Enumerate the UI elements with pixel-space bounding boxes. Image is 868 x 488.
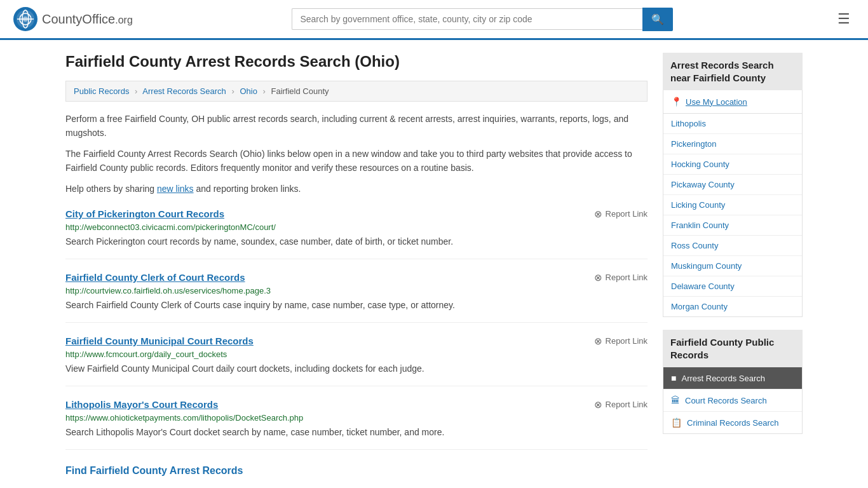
nearby-list-item[interactable]: Lithopolis [663, 114, 802, 134]
search-input[interactable] [292, 8, 642, 30]
nearby-link-4[interactable]: Licking County [663, 195, 802, 215]
pub-records-item[interactable]: 📋 Criminal Records Search [663, 412, 802, 433]
report-link-0[interactable]: ⊗ Report Link [594, 208, 648, 220]
nearby-list-item[interactable]: Pickaway County [663, 175, 802, 195]
record-title-2[interactable]: Fairfield County Municipal Court Records [65, 336, 254, 346]
pub-records-link-0[interactable]: ■ Arrest Records Search [663, 367, 802, 389]
record-entry: City of Pickerington Court Records ⊗ Rep… [65, 208, 648, 259]
record-desc-3: Search Lithopolis Mayor's Court docket s… [65, 426, 648, 439]
nearby-list-item[interactable]: Muskingum County [663, 256, 802, 276]
public-records-heading: Fairfield County Public Records [663, 330, 803, 367]
nearby-section: Arrest Records Search near Fairfield Cou… [663, 53, 803, 317]
sidebar: Arrest Records Search near Fairfield Cou… [663, 53, 803, 480]
nearby-list-item[interactable]: Hocking County [663, 154, 802, 175]
nearby-link-8[interactable]: Delaware County [663, 276, 802, 296]
nearby-list-item[interactable]: Licking County [663, 195, 802, 215]
breadcrumb-ohio[interactable]: Ohio [240, 86, 257, 96]
find-section-heading: Find Fairfield County Arrest Records [65, 465, 648, 477]
hamburger-icon: ☰ [837, 11, 850, 27]
record-desc-0: Search Pickerington court records by nam… [65, 235, 648, 248]
search-button[interactable]: 🔍 [642, 8, 673, 31]
nearby-link-3[interactable]: Pickaway County [663, 175, 802, 194]
report-link-1[interactable]: ⊗ Report Link [594, 272, 648, 283]
nearby-link-0[interactable]: Lithopolis [663, 114, 802, 133]
desc-para-2: The Fairfield County Arrest Records Sear… [65, 147, 648, 175]
search-bar: 🔍 [292, 8, 673, 31]
record-title-3[interactable]: Lithopolis Mayor's Court Records [65, 399, 218, 410]
breadcrumb-public-records[interactable]: Public Records [74, 86, 129, 96]
record-entry: Lithopolis Mayor's Court Records ⊗ Repor… [65, 399, 648, 450]
logo-name: CountyOffice [42, 12, 115, 26]
record-url-1: http://courtview.co.fairfield.oh.us/eser… [65, 286, 648, 295]
nearby-link-7[interactable]: Muskingum County [663, 256, 802, 276]
record-url-2: http://www.fcmcourt.org/daily_court_dock… [65, 349, 648, 359]
nearby-list-item[interactable]: Delaware County [663, 276, 802, 297]
breadcrumb-current: Fairfield County [271, 86, 329, 96]
nearby-list-item[interactable]: Morgan County [663, 297, 802, 316]
pub-icon-2: 📋 [671, 417, 682, 428]
use-location-link[interactable]: Use My Location [686, 97, 747, 107]
nearby-link-9[interactable]: Morgan County [663, 297, 802, 316]
record-title-0[interactable]: City of Pickerington Court Records [65, 208, 224, 219]
pub-records-item[interactable]: 🏛 Court Records Search [663, 390, 802, 412]
breadcrumb-sep-1: › [135, 86, 137, 96]
breadcrumb: Public Records › Arrest Records Search ›… [65, 81, 648, 102]
record-desc-1: Search Fairfield County Clerk of Courts … [65, 299, 648, 312]
logo: CountyOffice.org [13, 6, 133, 32]
logo-text: CountyOffice.org [42, 12, 133, 27]
report-link-3[interactable]: ⊗ Report Link [594, 399, 648, 410]
breadcrumb-sep-3: › [263, 86, 266, 96]
breadcrumb-sep-2: › [231, 86, 234, 96]
record-list: City of Pickerington Court Records ⊗ Rep… [65, 208, 648, 450]
report-icon-1: ⊗ [594, 272, 602, 283]
record-url-3: https://www.ohioticketpayments.com/litho… [65, 413, 648, 423]
record-desc-2: View Fairfield County Municipal Court da… [65, 362, 648, 376]
nearby-link-1[interactable]: Pickerington [663, 134, 802, 154]
record-header: City of Pickerington Court Records ⊗ Rep… [65, 208, 648, 220]
report-icon-2: ⊗ [594, 336, 602, 347]
nearby-list-item[interactable]: Franklin County [663, 215, 802, 236]
menu-button[interactable]: ☰ [832, 8, 855, 30]
use-location[interactable]: 📍 Use My Location [663, 90, 803, 114]
logo-suffix: .org [115, 15, 133, 25]
record-entry: Fairfield County Municipal Court Records… [65, 336, 648, 386]
report-icon-0: ⊗ [594, 208, 602, 220]
pub-records-item[interactable]: ■ Arrest Records Search [663, 367, 802, 390]
nearby-list: LithopolisPickeringtonHocking CountyPick… [663, 114, 803, 317]
desc-para-1: Perform a free Fairfield County, OH publ… [65, 112, 648, 140]
report-link-2[interactable]: ⊗ Report Link [594, 336, 648, 347]
public-records-section: Fairfield County Public Records ■ Arrest… [663, 330, 803, 434]
nearby-link-6[interactable]: Ross County [663, 236, 802, 255]
search-icon: 🔍 [651, 14, 664, 25]
desc-para-3-suffix: and reporting broken links. [194, 184, 301, 194]
content-area: Fairfield County Arrest Records Search (… [65, 53, 648, 480]
site-header: CountyOffice.org 🔍 ☰ [0, 0, 868, 40]
page-title: Fairfield County Arrest Records Search (… [65, 53, 648, 71]
record-url-0: http://webconnect03.civicacmi.com/picker… [65, 222, 648, 232]
record-entry: Fairfield County Clerk of Court Records … [65, 272, 648, 323]
desc-para-3-prefix: Help others by sharing [65, 184, 157, 194]
record-header: Fairfield County Municipal Court Records… [65, 336, 648, 347]
record-header: Fairfield County Clerk of Court Records … [65, 272, 648, 283]
report-icon-3: ⊗ [594, 399, 602, 410]
new-links-link[interactable]: new links [157, 184, 194, 194]
breadcrumb-arrest-records[interactable]: Arrest Records Search [142, 86, 226, 96]
main-container: Fairfield County Arrest Records Search (… [53, 40, 815, 488]
public-records-list: ■ Arrest Records Search 🏛 Court Records … [663, 367, 803, 434]
nearby-list-item[interactable]: Ross County [663, 236, 802, 256]
pub-records-link-2[interactable]: 📋 Criminal Records Search [663, 412, 802, 433]
pub-records-link-1[interactable]: 🏛 Court Records Search [663, 390, 802, 411]
logo-icon [13, 6, 38, 32]
nearby-heading: Arrest Records Search near Fairfield Cou… [663, 53, 803, 90]
pub-icon-1: 🏛 [671, 395, 680, 405]
record-header: Lithopolis Mayor's Court Records ⊗ Repor… [65, 399, 648, 410]
pub-icon-0: ■ [671, 373, 676, 383]
nearby-list-item[interactable]: Pickerington [663, 134, 802, 154]
nearby-link-2[interactable]: Hocking County [663, 154, 802, 174]
desc-para-3: Help others by sharing new links and rep… [65, 182, 648, 196]
location-pin-icon: 📍 [671, 97, 682, 107]
record-title-1[interactable]: Fairfield County Clerk of Court Records [65, 272, 245, 283]
nearby-link-5[interactable]: Franklin County [663, 215, 802, 235]
